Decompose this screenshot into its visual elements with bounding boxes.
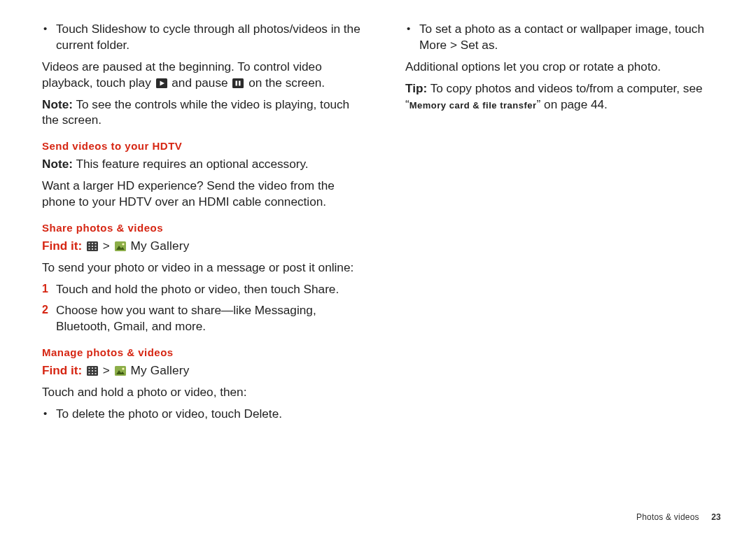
bullet-delete: • To delete the photo or video, touch De… — [42, 406, 366, 422]
svg-rect-14 — [95, 248, 97, 250]
svg-rect-10 — [92, 246, 93, 247]
svg-rect-8 — [95, 243, 97, 244]
svg-rect-20 — [92, 367, 93, 369]
gallery-icon — [115, 366, 126, 376]
step-text: Touch and hold the photo or video, then … — [56, 281, 366, 297]
step-text: Choose how you want to share—like Messag… — [56, 302, 366, 334]
play-icon — [156, 78, 167, 88]
svg-rect-25 — [89, 373, 90, 374]
note-controls: Note: To see the controls while the vide… — [42, 97, 366, 129]
svg-rect-13 — [92, 248, 93, 250]
heading-send-hdtv: Send videos to your HDTV — [42, 139, 366, 153]
svg-rect-3 — [236, 80, 238, 85]
bullet-set-as: • To set a photo as a contact or wallpap… — [405, 21, 729, 53]
svg-rect-23 — [92, 370, 93, 372]
page-number: 23 — [711, 512, 721, 522]
svg-rect-27 — [95, 373, 97, 374]
svg-rect-6 — [89, 243, 90, 244]
findit-label: Find it: — [42, 239, 82, 253]
share-intro: To send your photo or video in a message… — [42, 260, 366, 276]
heading-share: Share photos & videos — [42, 221, 366, 235]
step-number: 2 — [42, 302, 56, 334]
page-footer: Photos & videos 23 — [636, 512, 721, 522]
svg-rect-24 — [95, 370, 97, 372]
note-accessory: Note: This feature requires an optional … — [42, 156, 366, 172]
bullet-text: Touch Slideshow to cycle through all pho… — [56, 21, 366, 53]
svg-rect-22 — [89, 370, 90, 372]
additional-options: Additional options let you crop or rotat… — [405, 59, 729, 75]
cross-ref: Memory card & file transfer — [410, 100, 537, 111]
section-name: Photos & videos — [636, 512, 699, 522]
apps-grid-icon — [87, 366, 98, 376]
svg-rect-26 — [92, 373, 93, 374]
bullet-dot: • — [42, 21, 56, 53]
bullet-dot: • — [42, 406, 56, 422]
svg-rect-2 — [232, 78, 244, 88]
bullet-text: To delete the photo or video, touch Dele… — [56, 406, 366, 422]
svg-rect-12 — [89, 248, 90, 250]
findit-label: Find it: — [42, 363, 82, 377]
svg-rect-4 — [239, 80, 241, 85]
svg-rect-19 — [89, 367, 90, 369]
findit-manage: Find it: > My Gallery — [42, 362, 366, 379]
step-2: 2 Choose how you want to share—like Mess… — [42, 302, 366, 334]
svg-rect-7 — [92, 243, 93, 244]
svg-rect-11 — [95, 246, 97, 247]
findit-share: Find it: > My Gallery — [42, 238, 366, 254]
pause-icon — [232, 78, 244, 88]
svg-point-17 — [122, 243, 124, 245]
manage-intro: Touch and hold a photo or video, then: — [42, 384, 366, 400]
bullet-dot: • — [405, 21, 419, 53]
svg-rect-9 — [89, 246, 90, 247]
tip-copy: Tip: To copy photos and videos to/from a… — [405, 80, 729, 113]
bullet-slideshow: • Touch Slideshow to cycle through all p… — [42, 21, 366, 53]
heading-manage: Manage photos & videos — [42, 346, 366, 360]
gallery-icon — [115, 241, 126, 251]
manual-page: • Touch Slideshow to cycle through all p… — [0, 0, 756, 536]
bullet-text: To set a photo as a contact or wallpaper… — [419, 21, 729, 53]
step-1: 1 Touch and hold the photo or video, the… — [42, 281, 366, 297]
apps-grid-icon — [87, 241, 98, 251]
svg-rect-21 — [95, 367, 97, 369]
step-number: 1 — [42, 281, 56, 297]
svg-point-30 — [122, 367, 124, 369]
send-paragraph: Want a larger HD experience? Send the vi… — [42, 178, 366, 210]
video-controls-paragraph: Videos are paused at the beginning. To c… — [42, 59, 366, 91]
